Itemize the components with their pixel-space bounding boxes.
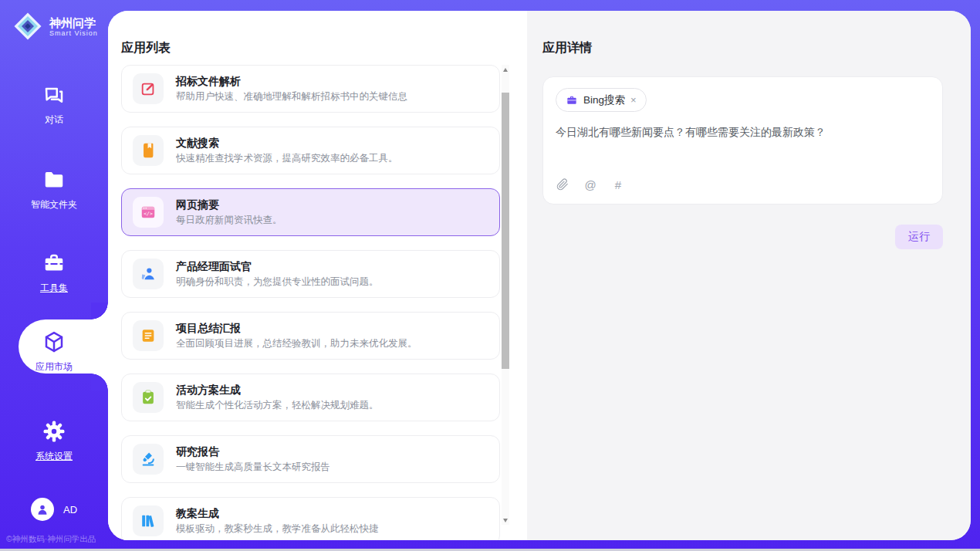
app-card-list: 招标文件解析帮助用户快速、准确地理解和解析招标书中的关键信息文献搜索快速精准查找…	[121, 65, 500, 540]
app-detail-title: 应用详情	[542, 40, 943, 56]
book-icon	[133, 135, 164, 166]
copyright: ©神州数码·神州问学出品	[6, 534, 110, 545]
toolbox-icon	[42, 252, 66, 275]
app-detail-panel: 应用详情 Bing搜索 × 今日湖北有哪些新闻要点？有哪些需要关注的最新政策？ …	[527, 11, 971, 540]
app-card-proj-report[interactable]: 项目总结汇报全面回顾项目进展，总结经验教训，助力未来优化发展。	[121, 312, 500, 360]
composer-card[interactable]: Bing搜索 × 今日湖北有哪些新闻要点？有哪些需要关注的最新政策？ @#	[542, 76, 943, 205]
app-card-bid-parse[interactable]: 招标文件解析帮助用户快速、准确地理解和解析招标书中的关键信息	[121, 65, 500, 113]
app-card-desc: 智能生成个性化活动方案，轻松解决规划难题。	[176, 399, 379, 412]
app-card-pm-interview[interactable]: 产品经理面试官明确身份和职责，为您提供专业性的面试问题。	[121, 250, 500, 298]
pill-fillet-top	[91, 303, 108, 319]
sidebar-item-folders[interactable]: 智能文件夹	[0, 168, 108, 211]
user-icon	[35, 502, 50, 517]
brand: 神州问学 Smart Vision	[12, 11, 98, 42]
app-list-panel: 应用列表 招标文件解析帮助用户快速、准确地理解和解析招标书中的关键信息文献搜索快…	[108, 11, 527, 540]
user-row[interactable]: AD	[0, 498, 108, 521]
app-card-desc: 帮助用户快速、准确地理解和解析招标书中的关键信息	[176, 90, 407, 103]
interviewer-icon	[133, 259, 164, 289]
scrollbar-thumb[interactable]	[502, 93, 509, 369]
sidebar-item-label: 应用市场	[0, 360, 108, 374]
sidebar-item-label: 对话	[0, 113, 108, 127]
sidebar-item-label: 系统设置	[0, 450, 108, 463]
app-card-title: 研究报告	[176, 445, 330, 458]
sidebar-item-label: 工具集	[0, 282, 108, 295]
pill-fillet-bottom	[91, 374, 108, 390]
brand-logo-icon	[12, 11, 43, 42]
sidebar-item-label: 智能文件夹	[0, 198, 108, 211]
app-card-web-digest[interactable]: </>网页摘要每日政府新闻资讯快查。	[121, 188, 500, 236]
arrow-down-icon	[503, 519, 508, 522]
brand-tagline: Smart Vision	[49, 29, 98, 37]
sidebar-item-tools[interactable]: 工具集	[0, 252, 108, 295]
gear-icon	[42, 420, 66, 443]
query-text[interactable]: 今日湖北有哪些新闻要点？有哪些需要关注的最新政策？	[556, 126, 930, 177]
summary-note-icon	[133, 320, 164, 351]
tool-tag-label: Bing搜索	[583, 93, 625, 107]
app-card-title: 项目总结汇报	[176, 321, 417, 335]
app-card-research[interactable]: 研究报告一键智能生成高质量长文本研究报告	[121, 435, 500, 483]
app-card-lesson-plan[interactable]: 教案生成模板驱动，教案秒生成，教学准备从此轻松快捷	[121, 497, 500, 540]
scroll-up-button[interactable]	[502, 65, 509, 74]
chat-icon	[42, 83, 66, 106]
main-content: 应用列表 招标文件解析帮助用户快速、准确地理解和解析招标书中的关键信息文献搜索快…	[108, 11, 971, 540]
app-list-title: 应用列表	[121, 40, 171, 56]
research-icon	[133, 444, 164, 475]
close-icon[interactable]: ×	[630, 95, 637, 105]
list-scrollbar[interactable]	[502, 65, 509, 525]
app-card-title: 网页摘要	[176, 198, 282, 211]
tool-tag-bing-search[interactable]: Bing搜索 ×	[556, 88, 647, 112]
sidebar-item-chat[interactable]: 对话	[0, 83, 108, 127]
app-card-title: 教案生成	[176, 506, 379, 520]
sidebar-item-settings[interactable]: 系统设置	[0, 420, 108, 463]
composer-toolbar: @#	[556, 177, 930, 193]
app-card-desc: 全面回顾项目进展，总结经验教训，助力未来优化发展。	[176, 337, 417, 350]
hash-icon[interactable]: #	[611, 177, 625, 191]
app-card-desc: 模板驱动，教案秒生成，教学准备从此轻松快捷	[176, 522, 379, 536]
edit-icon	[133, 73, 164, 104]
sidebar-item-market[interactable]: 应用市场	[0, 330, 108, 374]
svg-text:</>: </>	[144, 211, 153, 217]
mention-icon[interactable]: @	[583, 177, 597, 191]
folder-icon	[42, 168, 66, 191]
app-card-title: 文献搜索	[176, 136, 398, 150]
arrow-up-icon	[503, 68, 508, 72]
cube-icon	[42, 330, 66, 353]
app-card-title: 产品经理面试官	[176, 259, 379, 273]
briefcase-icon	[566, 94, 578, 106]
app-card-title: 招标文件解析	[176, 74, 407, 88]
user-name: AD	[63, 504, 77, 516]
sidebar: 神州问学 Smart Vision 对话智能文件夹工具集应用市场系统设置 AD …	[0, 0, 108, 551]
app-card-desc: 一键智能生成高质量长文本研究报告	[176, 461, 330, 474]
app-card-desc: 明确身份和职责，为您提供专业性的面试问题。	[176, 276, 379, 289]
attachment-icon[interactable]	[556, 177, 569, 191]
books-icon	[133, 505, 164, 536]
brand-name: 神州问学	[49, 16, 98, 29]
avatar[interactable]	[31, 498, 54, 521]
app-card-title: 活动方案生成	[176, 383, 379, 397]
scroll-down-button[interactable]	[502, 516, 509, 525]
clipboard-check-icon	[133, 382, 164, 413]
app-card-desc: 每日政府新闻资讯快查。	[176, 214, 282, 227]
app-card-desc: 快速精准查找学术资源，提高研究效率的必备工具。	[176, 152, 398, 165]
app-card-lit-search[interactable]: 文献搜索快速精准查找学术资源，提高研究效率的必备工具。	[121, 127, 500, 174]
run-button[interactable]: 运行	[895, 225, 943, 249]
app-card-event-plan[interactable]: 活动方案生成智能生成个性化活动方案，轻松解决规划难题。	[121, 374, 500, 421]
webpage-icon: </>	[133, 197, 164, 228]
